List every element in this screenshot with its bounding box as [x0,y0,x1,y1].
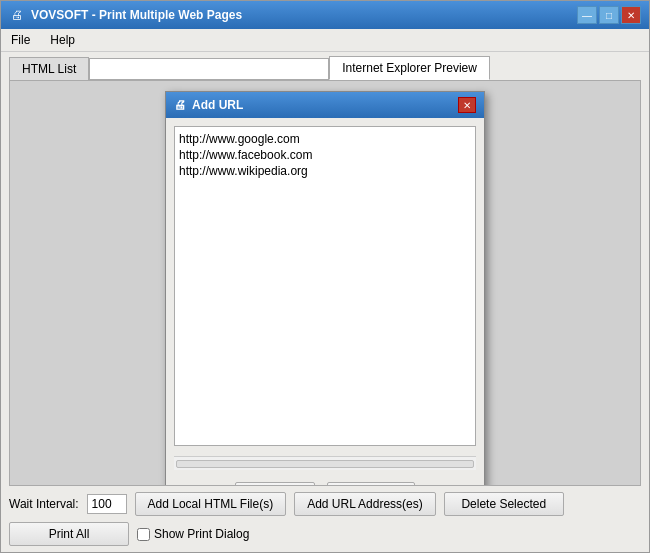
modal-title-left: 🖨 Add URL [174,98,243,112]
scrollbar-horizontal[interactable] [174,456,476,470]
modal-overlay: 🖨 Add URL ✕ http://www.google.com http:/… [10,81,640,485]
cancel-button[interactable]: ✘ Cancel [327,482,414,486]
tab-html-list[interactable]: HTML List [9,57,89,80]
print-all-button[interactable]: Print All [9,522,129,546]
url-list: http://www.google.com http://www.faceboo… [179,131,471,179]
bottom-bar: Wait Interval: Add Local HTML File(s) Ad… [1,486,649,552]
tab-ie-preview[interactable]: Internet Explorer Preview [329,56,490,80]
wait-interval-input[interactable] [87,494,127,514]
modal-close-button[interactable]: ✕ [458,97,476,113]
show-print-dialog-area: Show Print Dialog [137,527,249,541]
tab-input[interactable] [89,58,329,80]
modal-title-bar: 🖨 Add URL ✕ [166,92,484,118]
menu-help[interactable]: Help [44,31,81,49]
bottom-row-1: Wait Interval: Add Local HTML File(s) Ad… [9,492,641,516]
add-url-dialog: 🖨 Add URL ✕ http://www.google.com http:/… [165,91,485,486]
list-item: http://www.wikipedia.org [179,163,471,179]
menu-bar: File Help [1,29,649,52]
minimize-button[interactable]: — [577,6,597,24]
tabs-area: HTML List Internet Explorer Preview [1,52,649,80]
modal-icon: 🖨 [174,98,186,112]
add-url-address-button[interactable]: Add URL Address(es) [294,492,436,516]
url-list-container[interactable]: http://www.google.com http://www.faceboo… [174,126,476,446]
show-print-dialog-checkbox[interactable] [137,528,150,541]
modal-body: http://www.google.com http://www.faceboo… [166,118,484,486]
wait-interval-label: Wait Interval: [9,497,79,511]
maximize-button[interactable]: □ [599,6,619,24]
main-content: 🖨 Add URL ✕ http://www.google.com http:/… [9,80,641,486]
delete-selected-button[interactable]: Delete Selected [444,492,564,516]
menu-file[interactable]: File [5,31,36,49]
title-bar: 🖨 VOVSOFT - Print Multiple Web Pages — □… [1,1,649,29]
app-icon: 🖨 [9,7,25,23]
window-title: VOVSOFT - Print Multiple Web Pages [31,8,242,22]
show-print-dialog-label: Show Print Dialog [154,527,249,541]
modal-buttons: ✔ Add ✘ Cancel [174,478,476,486]
close-window-button[interactable]: ✕ [621,6,641,24]
scrollbar-track [176,460,474,468]
modal-title: Add URL [192,98,243,112]
bottom-row-2: Print All Show Print Dialog [9,522,641,546]
list-item: http://www.facebook.com [179,147,471,163]
list-item: http://www.google.com [179,131,471,147]
add-local-html-button[interactable]: Add Local HTML File(s) [135,492,287,516]
main-window: 🖨 VOVSOFT - Print Multiple Web Pages — □… [0,0,650,553]
add-button[interactable]: ✔ Add [235,482,315,486]
title-controls: — □ ✕ [577,6,641,24]
title-bar-left: 🖨 VOVSOFT - Print Multiple Web Pages [9,7,242,23]
